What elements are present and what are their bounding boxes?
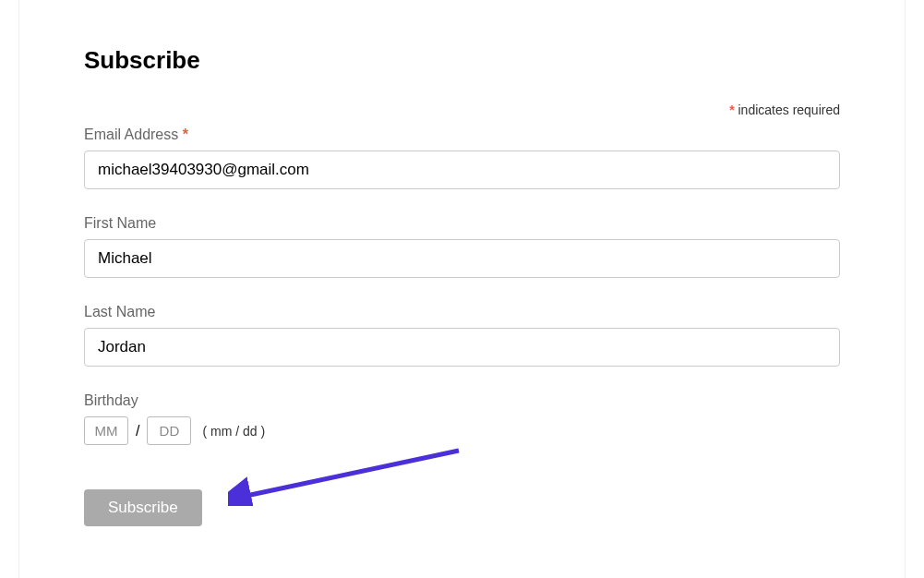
birthday-slash: / [136,423,139,440]
last-name-label: Last Name [84,304,840,320]
birthday-day-field[interactable] [147,416,191,445]
first-name-group: First Name [84,215,840,278]
birthday-month-field[interactable] [84,416,128,445]
last-name-group: Last Name [84,304,840,367]
email-label-text: Email Address [84,126,183,142]
page-title: Subscribe [84,46,840,75]
required-note-text: indicates required [735,102,840,117]
birthday-group: Birthday / ( mm / dd ) [84,392,840,445]
birthday-row: / ( mm / dd ) [84,416,840,445]
first-name-label: First Name [84,215,840,232]
subscribe-button[interactable]: Subscribe [84,489,202,526]
birthday-label: Birthday [84,392,840,409]
birthday-hint: ( mm / dd ) [202,424,265,439]
first-name-field[interactable] [84,239,840,278]
email-label: Email Address * [84,126,840,143]
subscribe-form-container: Subscribe * indicates required Email Add… [18,0,906,578]
asterisk-icon: * [183,126,188,142]
last-name-field[interactable] [84,328,840,367]
email-group: Email Address * [84,126,840,189]
email-field[interactable] [84,151,840,189]
required-indicator-note: * indicates required [84,102,840,117]
